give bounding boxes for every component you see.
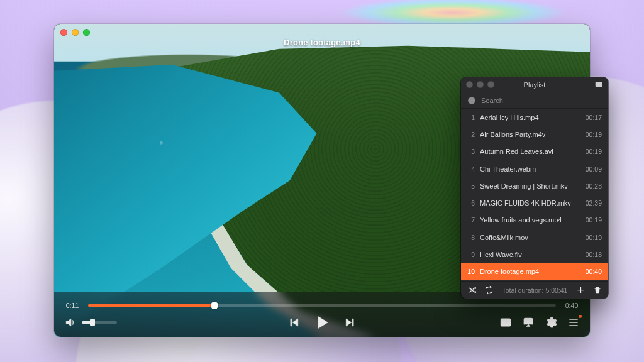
playlist-item[interactable]: 7Yellow fruits and vegs.mp400:19: [461, 212, 608, 229]
playlist-footer: Total duration: 5:00:41: [461, 281, 608, 299]
seek-knob[interactable]: [211, 302, 218, 309]
volume-knob[interactable]: [90, 319, 95, 326]
playlist-item-duration: 02:39: [586, 199, 602, 207]
seek-fill: [88, 304, 214, 307]
playlist-close-button[interactable]: [466, 81, 473, 88]
speaker-icon[interactable]: [64, 316, 77, 329]
playlist-item[interactable]: 3Autumn Red Leaves.avi00:19: [461, 143, 608, 160]
volume-control: [64, 316, 117, 329]
playlist-search-row: [461, 92, 608, 109]
playlist-item[interactable]: 4Chi Theater.webm00:09: [461, 160, 608, 177]
playlist-item-name: Autumn Red Leaves.avi: [480, 148, 580, 155]
playlist-indicator-dot: [579, 315, 582, 318]
player-titlebar: [54, 24, 590, 40]
playlist-item-name: Drone footage.mp4: [480, 268, 580, 275]
add-to-playlist-button[interactable]: [576, 285, 586, 295]
playlist-item-name: Coffe&Milk.mov: [480, 234, 580, 241]
playlist-item-duration: 00:19: [586, 148, 602, 155]
repeat-button[interactable]: [484, 285, 494, 295]
playlist-item-duration: 00:17: [586, 114, 602, 121]
playlist-item-index: 2: [466, 131, 475, 138]
playlist-item-name: Yellow fruits and vegs.mp4: [480, 216, 580, 224]
playlist-item[interactable]: 8Coffe&Milk.mov00:19: [461, 229, 608, 246]
playlist-item-index: 3: [466, 148, 475, 155]
airplay-button[interactable]: [522, 316, 535, 329]
playlist-search-input[interactable]: [481, 97, 602, 104]
playlist-item[interactable]: 10Drone footage.mp400:40: [461, 263, 608, 280]
window-close-button[interactable]: [60, 29, 67, 36]
seek-slider[interactable]: [88, 304, 556, 307]
shuffle-button[interactable]: [467, 285, 477, 295]
playlist-item-name: Aerial Icy Hills.mp4: [480, 114, 580, 121]
total-time-label: 0:40: [564, 302, 580, 309]
playlist-item-duration: 00:28: [586, 182, 602, 190]
playlist-item-index: 4: [466, 165, 475, 173]
playlist-item-name: Hexi Wave.flv: [480, 251, 580, 258]
playlist-zoom-button[interactable]: [487, 81, 494, 88]
previous-track-button[interactable]: [287, 316, 300, 329]
playlist-item-name: Chi Theater.webm: [480, 165, 580, 173]
playlist-item-name: Sweet Dreaming | Short.mkv: [480, 182, 580, 190]
next-track-button[interactable]: [344, 316, 357, 329]
playlist-item-index: 1: [466, 114, 475, 121]
window-minimize-button[interactable]: [72, 29, 79, 36]
elapsed-time-label: 0:11: [64, 302, 80, 309]
playlist-panel: Playlist 1Aerial Icy Hills.mp400:172Air …: [461, 77, 608, 299]
playlist-toggle-button[interactable]: [567, 316, 580, 329]
playlist-item-duration: 00:19: [586, 216, 602, 224]
playlist-titlebar: Playlist: [461, 77, 608, 92]
total-duration-label: Total duration: 5:00:41: [501, 287, 569, 294]
playlist-item-duration: 00:19: [586, 234, 602, 241]
window-traffic-lights: [60, 29, 90, 36]
playlist-item-index: 10: [466, 268, 475, 275]
playlist-item-index: 8: [466, 234, 475, 241]
playlist-item-duration: 00:09: [586, 165, 602, 173]
playlist-item[interactable]: 1Aerial Icy Hills.mp400:17: [461, 109, 608, 126]
playlist-item-name: Air Ballons Party.m4v: [480, 131, 580, 138]
playlist-item[interactable]: 9Hexi Wave.flv00:18: [461, 246, 608, 263]
playlist-item[interactable]: 6MAGIC FLUIDS 4K HDR.mkv02:39: [461, 194, 608, 211]
window-zoom-button[interactable]: [83, 29, 90, 36]
picture-in-picture-button[interactable]: [499, 316, 512, 329]
detach-window-button[interactable]: [594, 80, 603, 89]
settings-button[interactable]: [545, 316, 557, 329]
playlist-item-index: 9: [466, 251, 475, 258]
playlist-items: 1Aerial Icy Hills.mp400:172Air Ballons P…: [461, 109, 608, 281]
volume-slider[interactable]: [82, 321, 117, 324]
playlist-item[interactable]: 2Air Ballons Party.m4v00:19: [461, 126, 608, 143]
svg-point-3: [469, 97, 475, 104]
playlist-item-duration: 00:18: [586, 251, 602, 258]
playlist-item-name: MAGIC FLUIDS 4K HDR.mkv: [480, 199, 580, 207]
playlist-item-duration: 00:40: [586, 268, 602, 275]
playlist-item-duration: 00:19: [586, 131, 602, 138]
playlist-item-index: 5: [466, 182, 475, 190]
delete-from-playlist-button[interactable]: [593, 286, 602, 295]
filter-icon[interactable]: [467, 96, 476, 105]
playlist-item-index: 7: [466, 216, 475, 224]
playlist-item[interactable]: 5Sweet Dreaming | Short.mkv00:28: [461, 177, 608, 194]
playlist-minimize-button[interactable]: [477, 81, 484, 88]
svg-rect-2: [596, 82, 601, 87]
play-button[interactable]: [314, 314, 330, 331]
playlist-item-index: 6: [466, 199, 475, 207]
svg-rect-1: [506, 322, 509, 325]
